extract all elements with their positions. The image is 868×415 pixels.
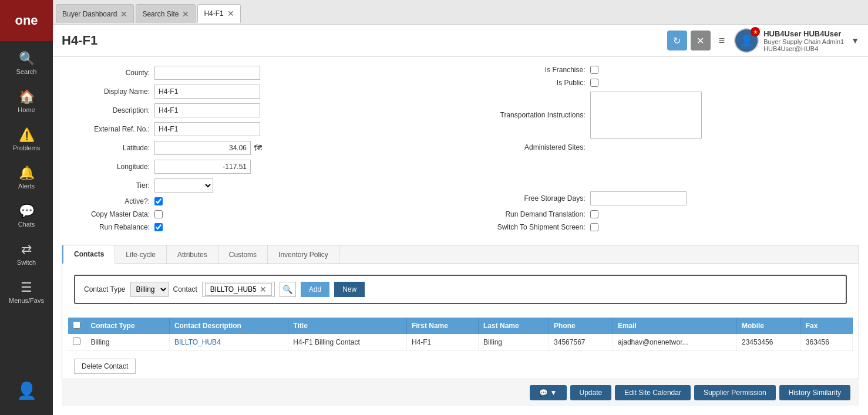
col-email[interactable]: Email bbox=[613, 318, 736, 334]
sidebar-item-search[interactable]: 🔍 Search bbox=[0, 44, 53, 82]
tab-close-buyer-dashboard[interactable]: ✕ bbox=[120, 10, 127, 18]
contact-tag-container: BILLTO_HUB5 ✕ bbox=[202, 282, 275, 297]
tab-btn-contacts[interactable]: Contacts bbox=[62, 245, 115, 264]
col-contact-desc[interactable]: Contact Description bbox=[169, 318, 288, 334]
row-checkbox[interactable] bbox=[73, 338, 80, 345]
copy-master-checkbox[interactable] bbox=[154, 210, 163, 218]
alerts-icon: 🔔 bbox=[19, 166, 35, 181]
tab-h4f1[interactable]: H4-F1 ✕ bbox=[197, 4, 240, 23]
header-actions: ↻ ✕ ≡ 👤 ★ HUB4User HUB4User Buyer Supply… bbox=[667, 28, 859, 53]
user-dropdown-arrow[interactable]: ▼ bbox=[851, 36, 859, 45]
external-ref-row: External Ref. No.: bbox=[62, 122, 456, 136]
close-button[interactable]: ✕ bbox=[691, 31, 711, 50]
tab-close-h4f1[interactable]: ✕ bbox=[227, 9, 234, 18]
delete-contact-button[interactable]: Delete Contact bbox=[74, 359, 136, 374]
problems-icon: ⚠️ bbox=[19, 127, 35, 143]
transport-textarea[interactable] bbox=[590, 92, 702, 139]
tab-buyer-dashboard[interactable]: Buyer Dashboard ✕ bbox=[56, 4, 134, 23]
sidebar-item-chats[interactable]: 💬 Chats bbox=[0, 197, 53, 235]
user-email: HUB4User@HUB4 bbox=[763, 45, 844, 52]
latitude-input[interactable] bbox=[154, 141, 251, 155]
tab-search-site[interactable]: Search Site ✕ bbox=[136, 4, 196, 23]
longitude-label: Longitude: bbox=[62, 163, 150, 171]
external-ref-input[interactable] bbox=[154, 122, 260, 136]
row-first-name: H4-F1 bbox=[406, 334, 478, 351]
contact-search-button[interactable]: 🔍 bbox=[280, 282, 296, 297]
contacts-table: Contact Type Contact Description Title F… bbox=[68, 318, 853, 351]
form-left: County: Display Name: Description: Exter… bbox=[62, 66, 456, 236]
tab-btn-customs[interactable]: Customs bbox=[218, 245, 268, 264]
row-contact-desc: BILLTO_HUB4 bbox=[169, 334, 288, 351]
administered-label: Administered Sites: bbox=[468, 143, 586, 151]
tab-btn-inventory-policy[interactable]: Inventory Policy bbox=[268, 245, 339, 264]
is-franchise-checkbox[interactable] bbox=[590, 66, 598, 74]
run-demand-checkbox[interactable] bbox=[590, 210, 598, 218]
tab-btn-attributes[interactable]: Attributes bbox=[167, 245, 218, 264]
col-contact-type[interactable]: Contact Type bbox=[86, 318, 169, 334]
sidebar-item-avatar[interactable]: 👤 bbox=[0, 374, 53, 409]
refresh-button[interactable]: ↻ bbox=[667, 31, 687, 50]
user-name: HUB4User HUB4User bbox=[763, 29, 844, 38]
longitude-row: Longitude: bbox=[62, 160, 456, 174]
map-icon[interactable]: 🗺 bbox=[254, 143, 262, 153]
copy-master-row: Copy Master Data: bbox=[62, 210, 456, 218]
longitude-input[interactable] bbox=[154, 160, 251, 174]
chat-button[interactable]: 💬 ▼ bbox=[530, 385, 567, 400]
run-rebalance-checkbox[interactable] bbox=[154, 223, 163, 231]
contact-type-select[interactable]: Billing bbox=[130, 282, 169, 297]
active-checkbox[interactable] bbox=[154, 197, 163, 205]
select-all-checkbox[interactable] bbox=[73, 321, 80, 329]
external-ref-label: External Ref. No.: bbox=[62, 125, 150, 133]
update-button[interactable]: Update bbox=[570, 385, 612, 400]
contact-type-label: Contact Type bbox=[84, 285, 126, 293]
tab-close-search-site[interactable]: ✕ bbox=[182, 10, 189, 18]
sidebar-item-alerts[interactable]: 🔔 Alerts bbox=[0, 158, 53, 197]
col-checkbox bbox=[68, 318, 86, 334]
supplier-permission-button[interactable]: Supplier Permission bbox=[694, 385, 776, 400]
switch-shipment-checkbox[interactable] bbox=[590, 223, 598, 231]
run-rebalance-row: Run Rebalance: bbox=[62, 223, 456, 231]
home-icon: 🏠 bbox=[19, 89, 35, 104]
row-last-name: Billing bbox=[479, 334, 549, 351]
app-logo[interactable]: one bbox=[0, 0, 53, 41]
history-similarity-button[interactable]: History Similarity bbox=[779, 385, 850, 400]
col-title[interactable]: Title bbox=[288, 318, 407, 334]
edit-site-calendar-button[interactable]: Edit Site Calendar bbox=[615, 385, 691, 400]
sidebar-item-problems[interactable]: ⚠️ Problems bbox=[0, 120, 53, 158]
sidebar-item-home[interactable]: 🏠 Home bbox=[0, 82, 53, 120]
tab-btn-lifecycle[interactable]: Life-cycle bbox=[115, 245, 167, 264]
county-row: County: bbox=[62, 66, 456, 80]
transport-label: Transportation Instructions: bbox=[468, 111, 586, 119]
county-input[interactable] bbox=[154, 66, 260, 80]
new-contact-button[interactable]: New bbox=[334, 282, 365, 297]
free-storage-input[interactable] bbox=[590, 191, 687, 205]
display-name-input[interactable] bbox=[154, 85, 260, 99]
col-mobile[interactable]: Mobile bbox=[737, 318, 801, 334]
contact-desc-link[interactable]: BILLTO_HUB4 bbox=[174, 338, 221, 346]
chat-icon: 💬 bbox=[539, 389, 548, 397]
add-contact-button[interactable]: Add bbox=[301, 282, 329, 297]
form-grid: County: Display Name: Description: Exter… bbox=[62, 66, 859, 236]
col-phone[interactable]: Phone bbox=[549, 318, 613, 334]
sidebar-item-switch[interactable]: ⇄ Switch bbox=[0, 235, 53, 273]
user-profile: 👤 ★ HUB4User HUB4User Buyer Supply Chain… bbox=[734, 28, 859, 53]
row-mobile: 23453456 bbox=[737, 334, 801, 351]
menu-button[interactable]: ≡ bbox=[719, 35, 725, 47]
is-public-checkbox[interactable] bbox=[590, 79, 598, 87]
switch-shipment-row: Switch To Shipment Screen: bbox=[468, 223, 851, 231]
col-fax[interactable]: Fax bbox=[800, 318, 852, 334]
switch-shipment-label: Switch To Shipment Screen: bbox=[468, 223, 586, 231]
is-public-row: Is Public: bbox=[468, 79, 851, 87]
tier-select[interactable] bbox=[154, 178, 213, 193]
county-label: County: bbox=[62, 69, 150, 77]
sidebar-item-menus-favs[interactable]: ☰ Menus/Favs bbox=[0, 273, 53, 311]
administered-row: Administered Sites: bbox=[468, 143, 851, 151]
search-icon: 🔍 bbox=[19, 51, 35, 66]
description-input[interactable] bbox=[154, 103, 260, 117]
user-info: HUB4User HUB4User Buyer Supply Chain Adm… bbox=[763, 29, 844, 52]
is-public-label: Is Public: bbox=[468, 79, 586, 87]
run-rebalance-label: Run Rebalance: bbox=[62, 223, 150, 231]
col-last-name[interactable]: Last Name bbox=[479, 318, 549, 334]
contact-tag-close[interactable]: ✕ bbox=[260, 285, 267, 294]
col-first-name[interactable]: First Name bbox=[406, 318, 478, 334]
